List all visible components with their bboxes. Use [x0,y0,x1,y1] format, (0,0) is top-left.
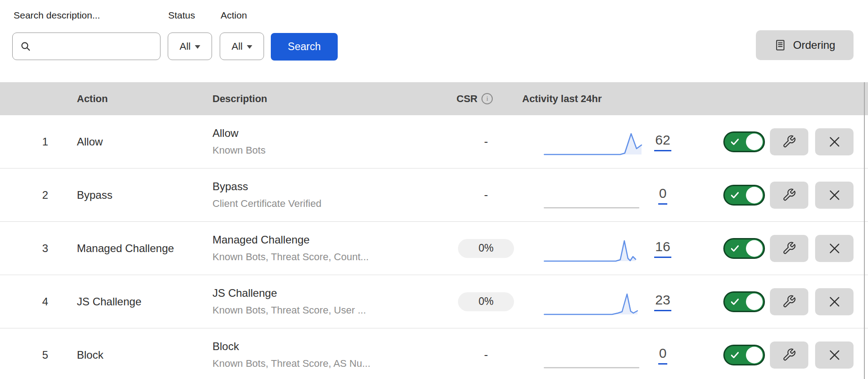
column-header-csr: CSR i [441,82,509,115]
rule-enabled-toggle[interactable] [723,131,765,152]
rule-action: Managed Challenge [77,222,208,275]
edit-rule-button[interactable] [770,342,808,369]
activity-count-cell: 0 [648,168,678,221]
rule-description-criteria: Known Bots [212,145,448,156]
toggle-knob [746,293,763,310]
edit-rule-button[interactable] [770,235,808,262]
action-dropdown-value: All [231,41,242,52]
ordering-button[interactable]: Ordering [756,30,854,60]
rule-description: Bypass Client Certificate Verified [212,168,448,221]
rule-description: JS Challenge Known Bots, Threat Score, U… [212,275,448,328]
rule-priority: 2 [14,168,77,221]
table-row: 1 Allow Allow Known Bots - 62 [0,115,868,168]
column-header-description: Description [212,82,267,115]
csr-cell: - [454,115,518,168]
rule-description-criteria: Known Bots, Threat Score, Count... [212,252,448,262]
toggle-cell [723,238,765,259]
activity-count-cell: 62 [648,115,678,168]
activity-sparkline [544,344,642,370]
edit-rule-button[interactable] [770,288,808,315]
info-icon[interactable]: i [481,93,493,104]
search-box [12,33,160,60]
column-header-activity: Activity last 24hr [522,82,602,115]
wrench-icon [782,241,796,255]
csr-cell: - [454,328,518,379]
rule-enabled-toggle[interactable] [723,345,765,365]
rule-description-title: Block [212,341,448,352]
rule-action: Allow [77,115,208,168]
rule-description-criteria: Known Bots, Threat Score, AS Nu... [212,358,448,369]
status-dropdown-value: All [179,41,190,52]
close-icon [827,135,842,149]
wrench-icon [782,348,796,362]
rule-description: Managed Challenge Known Bots, Threat Sco… [212,222,448,275]
rule-priority: 3 [14,222,77,275]
rule-description: Allow Known Bots [212,115,448,168]
activity-count-link[interactable]: 62 [654,132,671,151]
rule-description-criteria: Client Certificate Verified [212,198,448,209]
csr-badge: 0% [458,239,514,258]
check-icon [731,352,739,358]
table-row: 2 Bypass Bypass Client Certificate Verif… [0,168,868,222]
csr-value: - [484,135,488,149]
ordering-button-label: Ordering [793,39,835,51]
delete-rule-button[interactable] [815,235,854,262]
firewall-rules-page: Search description... Status Action All … [0,0,868,379]
activity-count-cell: 0 [648,328,678,379]
activity-count-cell: 16 [648,222,678,275]
check-icon [731,139,739,145]
rule-enabled-toggle[interactable] [723,238,765,259]
activity-count-cell: 23 [648,275,678,328]
activity-count-link[interactable]: 0 [658,186,668,205]
chevron-down-icon [195,45,200,49]
table-body: 1 Allow Allow Known Bots - 62 [0,115,868,379]
delete-rule-button[interactable] [815,342,854,369]
wrench-icon [782,295,796,309]
activity-count-link[interactable]: 0 [658,346,668,365]
csr-value: - [484,188,488,202]
activity-sparkline [544,291,642,316]
rule-enabled-toggle[interactable] [723,291,765,312]
toggle-cell [723,131,765,152]
wrench-icon [782,188,796,202]
rule-description-title: Managed Challenge [212,234,448,246]
rule-description: Block Known Bots, Threat Score, AS Nu... [212,328,448,379]
table-row: 3 Managed Challenge Managed Challenge Kn… [0,222,868,275]
rule-description-title: Bypass [212,181,448,192]
search-input[interactable] [36,37,166,56]
delete-rule-button[interactable] [815,128,854,155]
activity-sparkline [544,238,642,263]
toggle-cell [723,185,765,206]
right-edge-divider [864,82,865,379]
rule-enabled-toggle[interactable] [723,185,765,206]
edit-rule-button[interactable] [770,128,808,155]
rule-priority: 1 [14,115,77,168]
csr-value: - [484,348,488,362]
search-icon [20,41,32,52]
csr-cell: - [454,168,518,221]
edit-rule-button[interactable] [770,182,808,209]
csr-header-label: CSR [457,93,477,105]
action-dropdown[interactable]: All [220,33,264,60]
rule-description-title: Allow [212,127,448,139]
check-icon [731,192,739,198]
delete-rule-button[interactable] [815,288,854,315]
status-dropdown[interactable]: All [168,33,212,60]
close-icon [827,188,842,202]
activity-count-link[interactable]: 23 [654,292,671,311]
toggle-knob [746,187,763,203]
csr-cell: 0% [454,275,518,328]
search-button[interactable]: Search [271,33,338,61]
rule-action: Bypass [77,168,208,221]
rule-action: Block [77,328,208,379]
table-row: 5 Block Block Known Bots, Threat Score, … [0,328,868,379]
toggle-cell [723,291,765,312]
close-icon [827,295,842,309]
wrench-icon [782,135,796,149]
delete-rule-button[interactable] [815,182,854,209]
csr-badge: 0% [458,292,514,311]
table-header: Action Description CSR i Activity last 2… [0,82,868,115]
table-row: 4 JS Challenge JS Challenge Known Bots, … [0,275,868,328]
status-label: Status [168,10,195,21]
activity-count-link[interactable]: 16 [654,239,671,258]
